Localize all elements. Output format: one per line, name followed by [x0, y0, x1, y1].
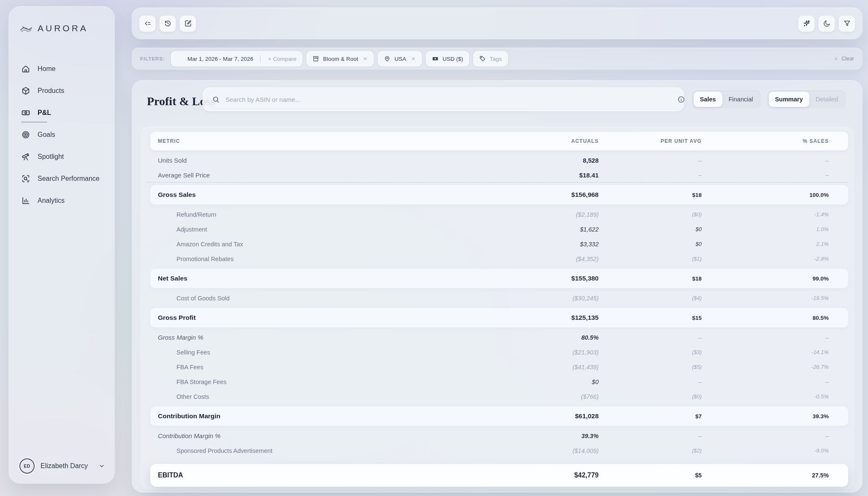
compose-icon	[184, 19, 192, 27]
toggle-group-summary-detailed: SummaryDetailed	[768, 90, 846, 108]
collapse-sidebar-icon	[144, 19, 152, 27]
cell-per-unit: $18	[599, 192, 702, 198]
filters-bar: FILTERS: Mar 1, 2026 - Mar 7, 2026 + Com…	[132, 48, 863, 70]
tab-detailed[interactable]: Detailed	[809, 92, 844, 107]
search-performance-icon	[21, 174, 30, 183]
date-range-value: Mar 1, 2026 - Mar 7, 2026	[187, 56, 253, 62]
row-label: FBA Storage Fees	[146, 379, 493, 385]
cell-per-unit: –	[599, 172, 702, 178]
column-header-pct-sales: % SALES	[702, 138, 829, 144]
clear-filters-button[interactable]: Clear	[834, 56, 854, 62]
column-header-actuals: ACTUALS	[493, 138, 599, 144]
table-header-row: METRIC ACTUALS PER UNIT AVG % SALES	[146, 132, 848, 150]
filter-chip-usd[interactable]: USD ($)	[426, 51, 469, 66]
store-icon	[312, 55, 319, 62]
pnl-icon	[21, 108, 30, 117]
search-input[interactable]	[225, 96, 675, 103]
cell-per-unit: ($2)	[599, 447, 702, 454]
goals-icon	[21, 130, 30, 139]
chevron-down-icon	[98, 462, 106, 470]
cell-actuals: $61,028	[493, 412, 599, 420]
cell-per-unit: $5	[599, 472, 702, 479]
cell-pct: 2.1%	[702, 241, 829, 247]
toolbar-right-group	[798, 16, 855, 32]
cell-pct: 99.0%	[702, 275, 829, 282]
row-label: Other Costs	[146, 393, 493, 400]
sidebar-item-search-performance[interactable]: Search Performance	[8, 168, 115, 190]
sidebar-item-p-l[interactable]: P&L	[8, 102, 115, 124]
cell-actuals: $42,779	[493, 471, 599, 479]
cell-per-unit: –	[599, 379, 702, 385]
analytics-icon	[21, 196, 30, 205]
sparkles-button[interactable]	[798, 16, 814, 32]
filter-chips: Bloom & RootUSAUSD ($)Tags	[307, 51, 512, 66]
cell-pct: -26.7%	[702, 364, 829, 370]
sidebar-item-products[interactable]: Products	[8, 80, 115, 102]
history-button[interactable]	[160, 16, 176, 32]
collapse-sidebar-button[interactable]	[139, 16, 155, 32]
filter-chip-bloom-root[interactable]: Bloom & Root	[307, 51, 374, 66]
table-section-row: Gross Profit$125,135$1580.5%	[146, 308, 848, 327]
toggle-groups: SalesFinancialSummaryDetailed	[692, 90, 846, 108]
brand-name: AURORA	[38, 23, 88, 33]
home-icon	[21, 64, 30, 74]
table-row: FBA Storage Fees$0––	[146, 374, 848, 389]
sidebar-item-analytics[interactable]: Analytics	[8, 190, 115, 212]
filter-chip-tags[interactable]: Tags	[473, 51, 508, 66]
cell-actuals: 80.5%	[493, 334, 599, 341]
table-row: Contribution Margin %39.3%––	[146, 428, 848, 443]
cell-per-unit: –	[599, 433, 702, 439]
info-icon[interactable]	[677, 95, 685, 104]
table-row: Gross Margin %80.5%––	[146, 330, 848, 345]
cell-pct: –	[702, 379, 829, 385]
remove-filter-icon[interactable]	[411, 56, 416, 61]
date-range-chip[interactable]: Mar 1, 2026 - Mar 7, 2026 + Compare	[171, 51, 302, 66]
cell-actuals: $155,380	[493, 275, 599, 282]
filter-chip-label: Tags	[490, 56, 502, 62]
sidebar-item-spotlight[interactable]: Spotlight	[8, 146, 115, 168]
row-label: Gross Margin %	[146, 334, 493, 341]
table-row: Promotional Rebates($4,352)($1)-2.8%	[146, 251, 848, 266]
remove-filter-icon[interactable]	[363, 56, 368, 61]
sidebar-item-label: P&L	[38, 109, 51, 117]
top-toolbar	[132, 8, 863, 39]
cell-actuals: $156,968	[493, 191, 599, 199]
cell-per-unit: ($0)	[599, 393, 702, 400]
cell-pct: -14.1%	[702, 349, 829, 355]
table-row: Adjustment$1,622$01.0%	[146, 222, 848, 237]
tab-summary[interactable]: Summary	[769, 92, 809, 107]
filter-chip-label: Bloom & Root	[323, 56, 358, 62]
sidebar-item-goals[interactable]: Goals	[8, 124, 115, 146]
cell-actuals: $1,622	[493, 226, 599, 233]
cell-actuals: 39.3%	[493, 433, 599, 439]
row-label: Contribution Margin	[146, 412, 493, 420]
dark-mode-button[interactable]	[819, 16, 835, 32]
cell-per-unit: ($3)	[599, 349, 702, 355]
table-row: Units Sold8,528––	[146, 153, 848, 168]
aurora-logo-icon	[19, 22, 33, 35]
toggle-group-sales-financial: SalesFinancial	[692, 90, 761, 108]
sidebar-item-home[interactable]: Home	[8, 58, 115, 80]
cell-pct: -0.5%	[702, 393, 829, 400]
tab-financial[interactable]: Financial	[722, 92, 760, 107]
cell-per-unit: ($5)	[599, 364, 702, 370]
sidebar-item-label: Spotlight	[38, 153, 64, 161]
sparkles-icon	[803, 19, 811, 27]
cell-per-unit: ($1)	[599, 256, 702, 262]
table-row: Amazon Credits and Tax$3,332$02.1%	[146, 237, 848, 251]
user-menu[interactable]: ED Elizabeth Darcy	[19, 458, 106, 474]
cell-pct: -1.4%	[702, 211, 829, 218]
compose-button[interactable]	[180, 16, 196, 32]
filter-button[interactable]	[839, 16, 855, 32]
table-row: Cost of Goods Sold($30,245)($4)-19.5%	[146, 291, 848, 305]
chip-divider	[260, 55, 260, 62]
tab-sales[interactable]: Sales	[694, 92, 722, 107]
compare-button[interactable]: + Compare	[268, 56, 296, 62]
row-label: Selling Fees	[146, 349, 493, 356]
row-label: Refund/Return	[146, 211, 493, 218]
cell-pct: 1.0%	[702, 226, 829, 232]
table-row: Refund/Return($2,189)($0)-1.4%	[146, 207, 848, 222]
products-icon	[21, 86, 30, 95]
row-label: Amazon Credits and Tax	[146, 241, 493, 248]
filter-chip-usa[interactable]: USA	[378, 51, 422, 66]
